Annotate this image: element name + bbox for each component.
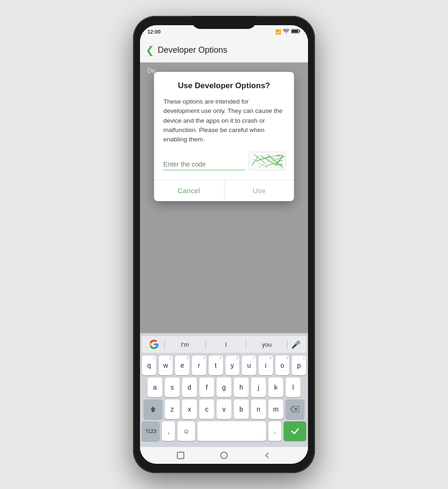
code-input[interactable] xyxy=(163,159,245,170)
backspace-key[interactable] xyxy=(286,399,304,419)
shift-key[interactable] xyxy=(144,399,162,419)
suggestion-divider-4 xyxy=(287,340,287,349)
dialog-message: These options are intended for developme… xyxy=(163,97,285,144)
key-v[interactable]: v xyxy=(217,399,231,419)
keyboard: I'm I you 🎤 q1 w2 e3 r4 t5 y6 u7 i8 o9 p… xyxy=(140,333,308,447)
app-bar-title: Developer Options xyxy=(158,45,227,55)
key-m[interactable]: m xyxy=(268,399,283,419)
status-icons: 📶 xyxy=(275,29,301,35)
key-l[interactable]: l xyxy=(286,377,301,397)
phone-screen: 12:00 📶 xyxy=(140,25,308,464)
suggestion-im[interactable]: I'm xyxy=(167,341,203,348)
main-content: De... Use Developer Options? These optio… xyxy=(140,63,308,333)
key-x[interactable]: x xyxy=(182,399,197,419)
developer-options-dialog: Use Developer Options? These options are… xyxy=(154,72,294,201)
suggestion-i[interactable]: I xyxy=(208,341,245,348)
key-w[interactable]: w2 xyxy=(159,356,173,375)
suggestion-divider-3 xyxy=(246,340,246,349)
key-y[interactable]: y6 xyxy=(225,356,240,375)
key-p[interactable]: p0 xyxy=(292,356,306,375)
microphone-icon[interactable]: 🎤 xyxy=(289,338,302,351)
home-button[interactable] xyxy=(218,450,230,461)
dialog-input-row xyxy=(163,152,285,170)
google-logo xyxy=(146,336,162,353)
key-q[interactable]: q1 xyxy=(142,356,156,375)
key-n[interactable]: n xyxy=(251,399,266,419)
cancel-button[interactable]: Cancel xyxy=(154,180,224,201)
comma-key[interactable]: , xyxy=(162,421,175,441)
key-o[interactable]: o9 xyxy=(275,356,290,375)
key-k[interactable]: k xyxy=(268,377,283,397)
key-z[interactable]: z xyxy=(165,399,180,419)
keyboard-row-3: z x c v b n m xyxy=(142,399,306,419)
key-b[interactable]: b xyxy=(234,399,249,419)
enter-key[interactable] xyxy=(284,421,306,441)
keyboard-row-4: ?123 , ☺ . xyxy=(142,421,306,441)
svg-rect-18 xyxy=(177,452,184,459)
emoji-key[interactable]: ☺ xyxy=(177,421,195,441)
captcha-image xyxy=(249,152,286,170)
period-key[interactable]: . xyxy=(268,421,281,441)
status-time: 12:00 xyxy=(147,29,161,35)
svg-marker-15 xyxy=(291,406,299,412)
suggestion-you[interactable]: you xyxy=(248,341,285,348)
key-h[interactable]: h xyxy=(234,377,249,397)
phone-notch xyxy=(191,16,257,29)
back-button[interactable]: ❮ xyxy=(146,44,154,56)
key-s[interactable]: s xyxy=(165,377,180,397)
key-a[interactable]: a xyxy=(147,377,162,397)
key-d[interactable]: d xyxy=(182,377,197,397)
key-g[interactable]: g xyxy=(217,377,231,397)
back-nav-button[interactable] xyxy=(262,450,273,461)
battery-icon xyxy=(291,29,301,35)
svg-marker-14 xyxy=(150,406,156,412)
use-button[interactable]: Use xyxy=(224,180,294,201)
dialog-title: Use Developer Options? xyxy=(163,81,285,91)
suggestion-divider-2 xyxy=(205,340,206,349)
recent-apps-button[interactable] xyxy=(175,450,186,461)
app-bar: ❮ Developer Options xyxy=(140,38,308,63)
svg-rect-2 xyxy=(300,31,301,32)
keyboard-row-2: a s d f g h j k l xyxy=(142,377,306,397)
nav-bar xyxy=(140,447,308,464)
key-c[interactable]: c xyxy=(199,399,214,419)
key-e[interactable]: e3 xyxy=(175,356,189,375)
wifi-icon xyxy=(283,29,289,35)
key-i[interactable]: i8 xyxy=(259,356,273,375)
svg-point-19 xyxy=(221,452,227,459)
key-r[interactable]: r4 xyxy=(192,356,206,375)
keyboard-suggestions-bar: I'm I you 🎤 xyxy=(142,336,306,353)
key-f[interactable]: f xyxy=(199,377,214,397)
dialog-buttons: Cancel Use xyxy=(154,180,294,201)
signal-icon: 📶 xyxy=(275,29,281,35)
numbers-key[interactable]: ?123 xyxy=(142,421,160,441)
svg-rect-1 xyxy=(292,30,298,33)
phone-device: 12:00 📶 xyxy=(133,16,315,473)
space-key[interactable] xyxy=(197,421,266,441)
suggestion-divider-1 xyxy=(164,340,165,349)
keyboard-row-1: q1 w2 e3 r4 t5 y6 u7 i8 o9 p0 xyxy=(142,356,306,375)
key-u[interactable]: u7 xyxy=(242,356,256,375)
key-t[interactable]: t5 xyxy=(209,356,223,375)
key-j[interactable]: j xyxy=(251,377,266,397)
